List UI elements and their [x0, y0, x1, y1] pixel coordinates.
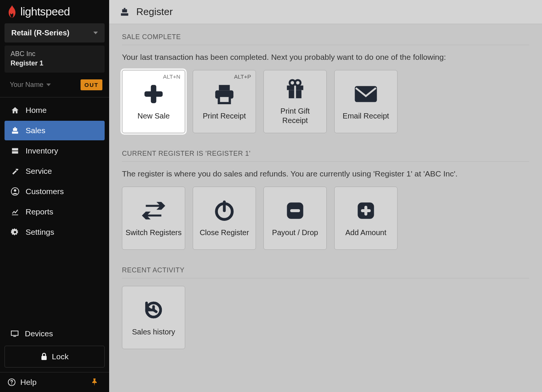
section-recent-activity: RECENT ACTIVITY Sales history — [122, 266, 529, 349]
store-chip[interactable]: ABC Inc Register 1 — [5, 46, 105, 73]
card-label: Print Receipt — [203, 111, 246, 121]
nav-service[interactable]: Service — [5, 161, 105, 181]
lock-label: Lock — [52, 352, 69, 361]
section-heading: SALE COMPLETE — [122, 33, 529, 45]
main-nav: Home Sales Inventory Service Customers — [0, 100, 109, 243]
nav-sales[interactable]: Sales — [5, 121, 105, 140]
swap-arrows-icon — [142, 199, 165, 222]
nav-label: Sales — [26, 126, 46, 135]
card-label: Sales history — [132, 327, 175, 337]
svg-rect-17 — [219, 85, 230, 90]
svg-rect-0 — [12, 132, 18, 134]
clock-out-badge[interactable]: OUT — [81, 79, 102, 90]
nav-settings[interactable]: Settings — [5, 222, 105, 242]
help-label: Help — [20, 378, 37, 387]
lock-icon — [41, 353, 47, 360]
nav-label: Customers — [26, 187, 64, 196]
content: SALE COMPLETE Your last transaction has … — [109, 24, 542, 358]
brand: lightspeed — [0, 0, 109, 23]
plus-icon — [143, 83, 164, 105]
help-link[interactable]: Help — [8, 378, 81, 387]
nav-label: Settings — [26, 228, 54, 237]
nav-customers[interactable]: Customers — [5, 182, 105, 201]
page-title: Register — [136, 6, 173, 18]
svg-point-11 — [11, 383, 12, 384]
svg-rect-13 — [122, 9, 127, 12]
shortcut-label: ALT+N — [163, 73, 180, 80]
section-sale-complete: SALE COMPLETE Your last transaction has … — [122, 33, 529, 133]
pin-button[interactable] — [87, 377, 102, 387]
payout-drop-button[interactable]: Payout / Drop — [263, 187, 327, 250]
history-icon — [143, 299, 164, 321]
card-label: Print Gift Receipt — [267, 106, 323, 125]
switch-registers-button[interactable]: Switch Registers — [122, 187, 185, 250]
section-text: The register is where you do sales and r… — [122, 169, 529, 178]
topbar: Register — [109, 0, 542, 24]
print-gift-receipt-button[interactable]: Print Gift Receipt — [263, 70, 327, 133]
product-label: Retail (R-Series) — [11, 29, 70, 37]
register-icon — [120, 8, 129, 17]
email-receipt-button[interactable]: Email Receipt — [334, 70, 397, 133]
card-label: Switch Registers — [126, 228, 182, 237]
register-icon — [11, 127, 20, 134]
user-row: Your Name OUT — [0, 76, 109, 97]
nav-reports[interactable]: Reports — [5, 202, 105, 222]
monitor-icon — [11, 330, 19, 337]
user-name: Your Name — [10, 81, 43, 89]
gift-icon — [284, 78, 306, 100]
nav-label: Home — [26, 106, 47, 115]
minus-square-icon — [285, 199, 305, 222]
svg-rect-3 — [12, 148, 18, 150]
svg-rect-14 — [124, 8, 125, 9]
chevron-down-icon — [93, 32, 98, 34]
nav-inventory[interactable]: Inventory — [5, 141, 105, 161]
sales-history-button[interactable]: Sales history — [122, 286, 185, 349]
shortcut-label: ALT+P — [234, 73, 251, 80]
question-circle-icon — [8, 378, 16, 386]
card-label: Email Receipt — [343, 111, 389, 121]
card-label: Close Register — [199, 228, 249, 237]
chevron-down-icon — [46, 84, 51, 86]
svg-rect-25 — [294, 85, 296, 98]
svg-rect-12 — [121, 13, 128, 16]
house-icon — [11, 106, 20, 114]
product-selector[interactable]: Retail (R-Series) — [5, 23, 105, 43]
store-register: Register 1 — [11, 59, 99, 68]
store-company: ABC Inc — [11, 49, 99, 59]
drawer-icon — [11, 147, 20, 155]
pushpin-icon — [91, 378, 98, 386]
svg-line-38 — [154, 310, 156, 312]
card-label: Payout / Drop — [272, 228, 318, 237]
svg-point-6 — [14, 189, 16, 191]
svg-rect-9 — [41, 356, 47, 360]
svg-rect-35 — [364, 206, 367, 216]
power-icon — [214, 199, 235, 222]
hammer-icon — [11, 167, 20, 175]
lock-button[interactable]: Lock — [5, 346, 105, 368]
printer-icon — [213, 83, 235, 105]
envelope-icon — [353, 83, 378, 105]
svg-rect-32 — [290, 209, 300, 212]
svg-rect-16 — [145, 91, 163, 97]
card-label: New Sale — [137, 111, 170, 121]
svg-point-27 — [295, 80, 301, 86]
nav-label: Reports — [26, 207, 53, 216]
nav-label: Service — [26, 167, 52, 176]
gear-icon — [11, 228, 20, 236]
print-receipt-button[interactable]: ALT+P Print Receipt — [193, 70, 256, 133]
nav-home[interactable]: Home — [5, 100, 105, 120]
card-label: Add Amount — [346, 228, 387, 237]
section-current-register: CURRENT REGISTER IS 'REGISTER 1' The reg… — [122, 150, 529, 250]
svg-rect-1 — [13, 128, 17, 131]
close-register-button[interactable]: Close Register — [193, 187, 256, 250]
brand-name: lightspeed — [20, 5, 70, 18]
svg-rect-7 — [11, 331, 18, 336]
nav-devices[interactable]: Devices — [0, 324, 109, 346]
section-heading: RECENT ACTIVITY — [122, 266, 529, 278]
user-circle-icon — [11, 187, 20, 196]
svg-rect-4 — [12, 151, 18, 153]
new-sale-button[interactable]: ALT+N New Sale — [122, 70, 185, 133]
add-amount-button[interactable]: Add Amount — [334, 187, 397, 250]
user-menu[interactable]: Your Name — [10, 81, 51, 89]
chart-icon — [11, 208, 20, 216]
